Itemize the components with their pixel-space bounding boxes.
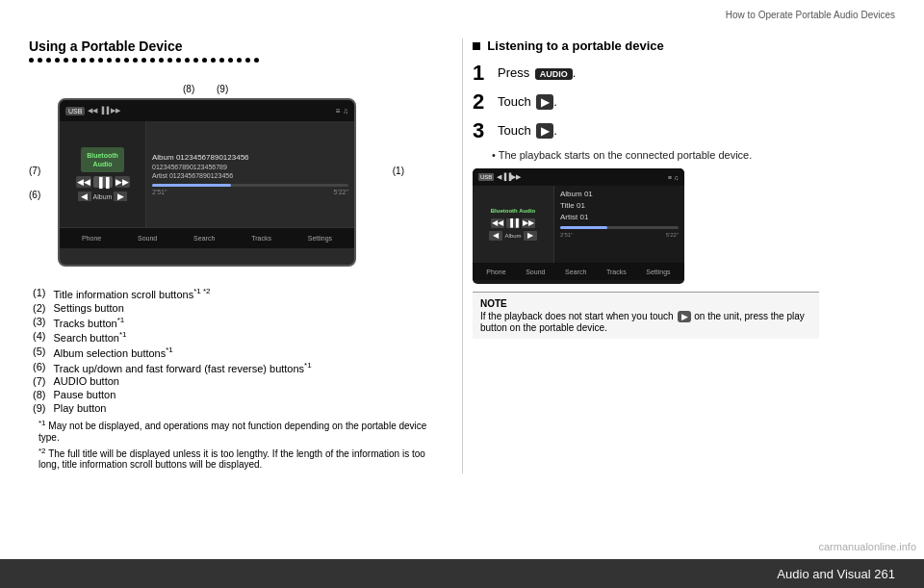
dot bbox=[29, 58, 34, 63]
preview-content: Bluetooth Audio ◀◀ ▐▐ ▶▶ ◀ Album ▶ bbox=[473, 186, 684, 263]
note-text: If the playback does not start when you … bbox=[480, 311, 811, 333]
preview-total: 5'22" bbox=[666, 232, 679, 238]
item-desc: Title information scroll buttons*1 *2 bbox=[49, 286, 315, 301]
item-num: (7) bbox=[29, 374, 49, 388]
step-3-row: 3 Touch ▶. bbox=[473, 120, 895, 141]
album-left-btn[interactable]: ◀ bbox=[78, 192, 91, 201]
prev-btn[interactable]: ◀◀ bbox=[76, 176, 91, 188]
item-num: (6) bbox=[29, 360, 49, 375]
preview-next[interactable]: ▶▶ bbox=[522, 218, 535, 228]
dot bbox=[254, 58, 259, 63]
preview-alb-prev[interactable]: ◀ bbox=[489, 231, 502, 241]
dot bbox=[46, 58, 51, 63]
pause-btn[interactable]: ▐▐ bbox=[93, 176, 113, 188]
dot bbox=[72, 58, 77, 63]
pnav-sound[interactable]: Sound bbox=[526, 268, 545, 275]
device-diagram: (8) (9) (7) (6) (1) (5) (4) (3) (2) USB … bbox=[29, 74, 414, 286]
album-label: Album bbox=[93, 193, 113, 200]
preview-album-ctrls: ◀ Album ▶ bbox=[489, 231, 536, 241]
dot bbox=[141, 58, 146, 63]
item-desc: Play button bbox=[49, 401, 315, 415]
pnav-tracks[interactable]: Tracks bbox=[606, 268, 627, 275]
device-topbar-left: USB ◀◀ ▐▐ ▶▶ bbox=[65, 107, 120, 115]
dot bbox=[116, 58, 120, 63]
nav-tracks[interactable]: Tracks bbox=[251, 235, 271, 242]
next-btn[interactable]: ▶▶ bbox=[115, 176, 130, 188]
screen-main: BluetoothAudio ◀◀ ▐▐ ▶▶ ◀ Album ▶ bbox=[60, 121, 354, 227]
step-2-row: 2 Touch ▶. bbox=[473, 91, 895, 113]
audio-button-icon[interactable]: AUDIO bbox=[535, 68, 573, 80]
item-list: (1) Title information scroll buttons*1 *… bbox=[29, 286, 443, 470]
table-row: (3) Tracks button*1 bbox=[29, 315, 316, 330]
dot bbox=[237, 58, 242, 63]
dot bbox=[202, 58, 207, 63]
preview-topbar: USB ◀▐▐▶▶ ≡ ♫ bbox=[473, 168, 684, 186]
item-num: (2) bbox=[29, 301, 49, 315]
callout-9: (9) bbox=[217, 84, 228, 94]
items-table: (1) Title information scroll buttons*1 *… bbox=[29, 286, 316, 415]
callout-6: (6) bbox=[29, 190, 40, 200]
device-navbar: Phone Sound Search Tracks Settings bbox=[60, 227, 354, 248]
page-footer-bar: Audio and Visual 261 bbox=[0, 559, 924, 588]
preview-title: Title 01 bbox=[560, 201, 679, 210]
play-icon[interactable]: ▶ bbox=[536, 123, 553, 139]
transport-controls: ◀◀ ▐▐ ▶▶ bbox=[76, 176, 130, 188]
preview-elapsed: 2'51" bbox=[560, 232, 573, 238]
bt-audio-label: BluetoothAudio bbox=[81, 147, 124, 172]
dot bbox=[133, 58, 138, 63]
screen-icons-right: ≡ ♫ bbox=[336, 107, 348, 115]
track1-info: 01234567890123456789 bbox=[152, 164, 348, 170]
preview-btns: ◀◀ ▐▐ ▶▶ bbox=[491, 218, 535, 228]
preview-prev[interactable]: ◀◀ bbox=[491, 218, 504, 228]
preview-time-row: 2'51" 5'22" bbox=[560, 232, 679, 238]
dot bbox=[150, 58, 155, 63]
nav-sound[interactable]: Sound bbox=[138, 235, 157, 242]
table-row: (4) Search button*1 bbox=[29, 329, 316, 345]
nav-phone[interactable]: Phone bbox=[82, 235, 101, 242]
step-3-content: Touch ▶. bbox=[498, 120, 557, 139]
screen-preview: USB ◀▐▐▶▶ ≡ ♫ Bluetooth Audio ◀◀ ▐▐ ▶▶ bbox=[473, 168, 684, 284]
album-right-btn[interactable]: ▶ bbox=[114, 192, 127, 201]
table-row: (6) Track up/down and fast forward (fast… bbox=[29, 360, 316, 375]
nav-settings[interactable]: Settings bbox=[308, 235, 332, 242]
section-marker bbox=[473, 42, 480, 50]
note-title: NOTE bbox=[480, 298, 811, 309]
listening-header: Listening to a portable device bbox=[473, 38, 895, 53]
pnav-settings[interactable]: Settings bbox=[646, 268, 670, 275]
callout-7: (7) bbox=[29, 166, 40, 176]
pnav-search[interactable]: Search bbox=[565, 268, 586, 275]
preview-usb: USB bbox=[478, 173, 494, 181]
preview-progress-fill bbox=[560, 226, 607, 229]
step-3-number: 3 bbox=[473, 120, 492, 141]
album-controls: ◀ Album ▶ bbox=[78, 192, 128, 201]
pnav-phone[interactable]: Phone bbox=[486, 268, 505, 275]
step-2-number: 2 bbox=[473, 91, 492, 113]
device-topbar: USB ◀◀ ▐▐ ▶▶ ≡ ♫ bbox=[60, 100, 354, 121]
footnote-1: *1 May not be displayed, and operations … bbox=[29, 419, 443, 442]
item-desc: Settings button bbox=[49, 301, 315, 315]
progress-bar bbox=[152, 184, 348, 187]
item-desc: Pause button bbox=[49, 388, 315, 401]
nav-search[interactable]: Search bbox=[193, 235, 215, 242]
callout-8: (8) bbox=[183, 84, 194, 94]
dot bbox=[193, 58, 198, 63]
dot bbox=[176, 58, 181, 63]
bluetooth-icon[interactable]: ▶ bbox=[536, 94, 553, 110]
track2-info: Artist 01234567890123456 bbox=[152, 172, 348, 179]
step-3-text: Touch bbox=[498, 123, 531, 138]
preview-status: ◀▐▐▶▶ bbox=[497, 173, 521, 181]
device-mockup: USB ◀◀ ▐▐ ▶▶ ≡ ♫ BluetoothAudio ◀◀ ▐▐ bbox=[58, 98, 356, 267]
item-num: (4) bbox=[29, 329, 49, 345]
item-desc: Tracks button*1 bbox=[49, 315, 315, 330]
preview-alb-next[interactable]: ▶ bbox=[524, 231, 537, 241]
table-row: (5) Album selection buttons*1 bbox=[29, 345, 316, 360]
dot bbox=[55, 58, 60, 63]
screen-right-panel: Album 01234567890123456 0123456789012345… bbox=[146, 121, 354, 227]
preview-pause[interactable]: ▐▐ bbox=[506, 218, 520, 228]
dot bbox=[219, 58, 224, 63]
listening-title: Listening to a portable device bbox=[487, 38, 663, 53]
table-row: (1) Title information scroll buttons*1 *… bbox=[29, 286, 316, 301]
playback-note: The playback starts on the connected por… bbox=[492, 149, 895, 161]
item-desc: Search button*1 bbox=[49, 329, 315, 345]
table-row: (2) Settings button bbox=[29, 301, 316, 315]
